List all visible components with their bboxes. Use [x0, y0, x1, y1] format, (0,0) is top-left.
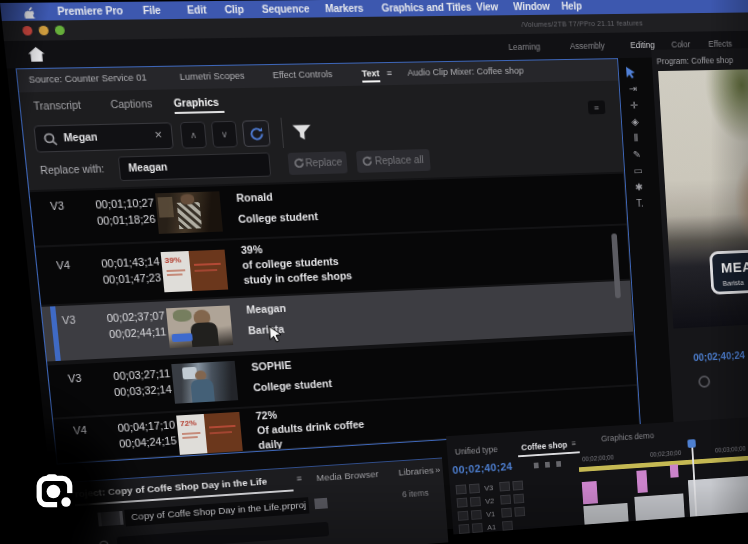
- apple-icon[interactable]: [23, 6, 36, 19]
- chevron-up-icon: ∧: [190, 130, 198, 140]
- tab-media-browser[interactable]: Media Browser: [316, 468, 379, 483]
- type-tool-icon[interactable]: T.: [630, 198, 649, 209]
- timeline-panel: Unified type Coffee shop ≡ Graphics demo…: [446, 416, 748, 534]
- ruler-label: 00;02;00;00: [582, 454, 614, 463]
- subtab-captions[interactable]: Captions: [110, 98, 153, 110]
- find-next-button[interactable]: ∨: [211, 121, 238, 148]
- tab-source-monitor[interactable]: Source: Counter Service 01: [28, 72, 147, 85]
- razor-tool-icon[interactable]: Ⅱ: [626, 132, 645, 143]
- track-label-v2: V2: [485, 497, 494, 506]
- clip-title: 72%: [255, 409, 277, 422]
- track-header-a1: A1: [459, 518, 544, 534]
- clip-out-timecode: 00;01;47;23: [70, 271, 161, 287]
- zoom-window-button[interactable]: [55, 26, 66, 36]
- graphics-clip[interactable]: [636, 470, 647, 493]
- close-window-button[interactable]: [22, 26, 33, 36]
- tab-libraries[interactable]: Libraries: [398, 465, 434, 478]
- clip-subtitle: of college students: [242, 255, 339, 271]
- text-panel: Source: Counter Service 01 Lumetri Scope…: [16, 58, 641, 464]
- subtab-graphics[interactable]: Graphics: [173, 97, 219, 109]
- refresh-search-button[interactable]: [242, 120, 271, 147]
- timeline-tab-graphics-demo[interactable]: Graphics demo: [601, 431, 654, 444]
- project-item-thumbnail: [97, 511, 123, 526]
- workspace-learning[interactable]: Learning: [508, 42, 541, 52]
- home-icon[interactable]: [26, 46, 46, 63]
- ruler-label: 00;03;00;00: [715, 445, 746, 453]
- tab-project[interactable]: Project: Copy of Coffe Shop Day in the L…: [68, 476, 268, 500]
- mouse-cursor: [268, 325, 283, 343]
- rolling-edit-tool-icon[interactable]: ◈: [625, 116, 644, 127]
- menu-help[interactable]: Help: [561, 1, 582, 12]
- panel-menu-icon[interactable]: ≡: [386, 68, 392, 78]
- ripple-edit-tool-icon[interactable]: ✛: [624, 100, 643, 111]
- graphics-clip[interactable]: [582, 481, 598, 504]
- replace-button[interactable]: Replace: [288, 151, 348, 175]
- graphics-clip[interactable]: [670, 464, 679, 477]
- workspace-assembly[interactable]: Assembly: [570, 41, 606, 51]
- tab-audio-clip-mixer[interactable]: Audio Clip Mixer: Coffee shop: [407, 66, 524, 78]
- search-input[interactable]: Megan ×: [33, 122, 173, 152]
- clip-thumbnail: [171, 361, 238, 404]
- more-tabs-icon[interactable]: »: [435, 464, 441, 475]
- replace-refresh-icon: [293, 157, 305, 168]
- tab-lumetri-scopes[interactable]: Lumetri Scopes: [179, 71, 245, 82]
- clip-thumbnail: [166, 305, 233, 348]
- menu-markers[interactable]: Markers: [325, 3, 364, 15]
- timeline-tab-coffee-shop[interactable]: Coffee shop: [521, 440, 568, 452]
- workspace-color[interactable]: Color: [671, 39, 690, 49]
- replace-input[interactable]: Meagan: [118, 152, 271, 181]
- playhead-head[interactable]: [687, 439, 696, 448]
- subtab-graphics-underline: [175, 111, 225, 114]
- hand-tool-icon[interactable]: ✱: [629, 181, 648, 192]
- filter-icon[interactable]: [291, 121, 313, 144]
- replace-all-refresh-icon: [361, 156, 373, 167]
- clip-out-timecode: 00;01;18;26: [64, 213, 156, 228]
- menu-file[interactable]: File: [142, 5, 161, 17]
- track-select-tool-icon[interactable]: ⇥: [623, 83, 642, 94]
- lower-third-name-tag: MEAGAN Barista: [709, 249, 748, 295]
- timeline-tab-underline: [518, 451, 580, 457]
- camera-lens-icon[interactable]: [35, 471, 75, 511]
- clip-thumbnail: 72%: [176, 412, 243, 455]
- workspace-editing[interactable]: Editing: [630, 40, 655, 50]
- search-icon: [43, 132, 58, 146]
- tab-text[interactable]: Text: [361, 68, 380, 82]
- menu-clip[interactable]: Clip: [224, 4, 244, 16]
- menu-graphics-titles[interactable]: Graphics and Titles: [381, 2, 472, 14]
- menu-premiere-pro[interactable]: Premiere Pro: [57, 5, 124, 17]
- workspace-effects[interactable]: Effects: [708, 39, 732, 49]
- clip-in-timecode: 00;01;43;14: [68, 255, 159, 271]
- screen: Premiere Pro File Edit Clip Sequence Mar…: [0, 0, 748, 544]
- project-panel-menu-icon[interactable]: ≡: [296, 473, 302, 483]
- program-video-frame: MEAGAN Barista: [658, 69, 748, 328]
- timeline-tab-menu-icon[interactable]: ≡: [571, 439, 576, 448]
- replace-all-button[interactable]: Replace all: [356, 149, 431, 173]
- video-clip[interactable]: [634, 493, 684, 520]
- program-settings-button[interactable]: [698, 375, 710, 388]
- menu-sequence[interactable]: Sequence: [261, 3, 309, 15]
- find-previous-button[interactable]: ∧: [180, 122, 207, 149]
- slip-tool-icon[interactable]: ✎: [627, 149, 646, 160]
- selection-tool-icon[interactable]: [624, 66, 638, 80]
- clip-subtitle: College student: [253, 377, 333, 393]
- minimize-window-button[interactable]: [38, 26, 49, 36]
- subtab-transcript[interactable]: Transcript: [33, 100, 82, 112]
- program-monitor-title[interactable]: Program: Coffee shop: [656, 55, 733, 66]
- tab-effect-controls[interactable]: Effect Controls: [272, 69, 333, 80]
- clip-out-timecode: 00;04;24;15: [87, 434, 177, 451]
- selected-row-indicator: [50, 306, 61, 361]
- video-clip[interactable]: [583, 503, 628, 525]
- project-search-field[interactable]: [117, 522, 330, 544]
- program-monitor: Program: Coffee shop MEAGAN Barista 00;0…: [651, 48, 748, 424]
- timeline-tab-unified-type[interactable]: Unified type: [455, 444, 498, 456]
- photo-stage: Premiere Pro File Edit Clip Sequence Mar…: [0, 0, 748, 544]
- pen-tool-icon[interactable]: ▭: [628, 165, 647, 176]
- menu-window[interactable]: Window: [513, 1, 550, 12]
- menu-edit[interactable]: Edit: [187, 4, 207, 16]
- video-clip[interactable]: [688, 474, 748, 517]
- ruler-label: 00;02;30;00: [650, 449, 682, 458]
- clear-search-icon[interactable]: ×: [154, 128, 163, 143]
- panel-stack-button[interactable]: =: [588, 100, 606, 114]
- menu-view[interactable]: View: [476, 1, 498, 12]
- clip-thumbnail: 39%: [161, 250, 229, 293]
